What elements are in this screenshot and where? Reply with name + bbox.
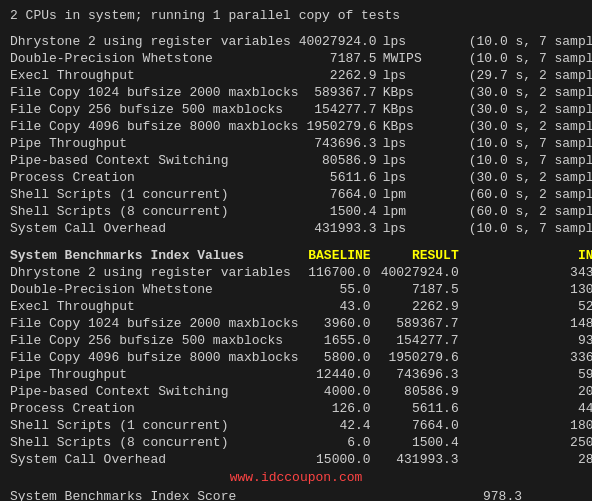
index-baseline: 116700.0: [299, 264, 381, 281]
index-baseline: 42.4: [299, 417, 381, 434]
index-result: 40027924.0: [381, 264, 469, 281]
index-name: File Copy 256 bufsize 500 maxblocks: [10, 332, 299, 349]
benchmark-row: File Copy 4096 bufsize 8000 maxblocks 19…: [10, 118, 592, 135]
bench-unit: lps: [381, 220, 469, 237]
bench-unit: KBps: [381, 101, 469, 118]
index-name: Process Creation: [10, 400, 299, 417]
bench-name: Pipe-based Context Switching: [10, 152, 299, 169]
bench-extra: (10.0 s, 7 samples): [469, 33, 592, 50]
bench-unit: lps: [381, 67, 469, 84]
score-line: System Benchmarks Index Score 978.3: [10, 489, 582, 501]
bench-name: File Copy 4096 bufsize 8000 maxblocks: [10, 118, 299, 135]
index-name: Pipe Throughput: [10, 366, 299, 383]
index-baseline: 1655.0: [299, 332, 381, 349]
index-header-index: INDEX: [469, 247, 592, 264]
bench-unit: lps: [381, 33, 469, 50]
index-index: 1488.3: [469, 315, 592, 332]
bench-value: 431993.3: [299, 220, 381, 237]
index-row: File Copy 256 bufsize 500 maxblocks 1655…: [10, 332, 592, 349]
bench-name: File Copy 256 bufsize 500 maxblocks: [10, 101, 299, 118]
index-baseline: 43.0: [299, 298, 381, 315]
bench-extra: (30.0 s, 2 samples): [469, 84, 592, 101]
index-result: 1950279.6: [381, 349, 469, 366]
bench-unit: lpm: [381, 186, 469, 203]
index-result: 7664.0: [381, 417, 469, 434]
bench-extra: (10.0 s, 7 samples): [469, 152, 592, 169]
bench-name: Dhrystone 2 using register variables: [10, 33, 299, 50]
bench-unit: lps: [381, 135, 469, 152]
index-index: 3430.0: [469, 264, 592, 281]
score-label: System Benchmarks Index Score: [10, 489, 236, 501]
index-name: Shell Scripts (1 concurrent): [10, 417, 299, 434]
index-row: Double-Precision Whetstone 55.0 7187.5 1…: [10, 281, 592, 298]
watermark: www.idccoupon.com: [10, 470, 582, 485]
index-baseline: 4000.0: [299, 383, 381, 400]
index-result: 589367.7: [381, 315, 469, 332]
index-result: 1500.4: [381, 434, 469, 451]
index-index: 526.2: [469, 298, 592, 315]
index-row: Pipe Throughput 12440.0 743696.3 597.8: [10, 366, 592, 383]
benchmark-row: Dhrystone 2 using register variables 400…: [10, 33, 592, 50]
header-line: 2 CPUs in system; running 1 parallel cop…: [10, 8, 582, 23]
index-index: 288.0: [469, 451, 592, 468]
index-result: 154277.7: [381, 332, 469, 349]
bench-unit: lpm: [381, 203, 469, 220]
bench-value: 7664.0: [299, 186, 381, 203]
bench-name: Pipe Throughput: [10, 135, 299, 152]
index-name: Double-Precision Whetstone: [10, 281, 299, 298]
index-row: Shell Scripts (8 concurrent) 6.0 1500.4 …: [10, 434, 592, 451]
bench-value: 7187.5: [299, 50, 381, 67]
bench-name: Process Creation: [10, 169, 299, 186]
index-name: Execl Throughput: [10, 298, 299, 315]
bench-name: Execl Throughput: [10, 67, 299, 84]
bench-value: 80586.9: [299, 152, 381, 169]
index-row: Execl Throughput 43.0 2262.9 526.2: [10, 298, 592, 315]
index-result: 2262.9: [381, 298, 469, 315]
bench-unit: lps: [381, 169, 469, 186]
bench-value: 743696.3: [299, 135, 381, 152]
bench-value: 2262.9: [299, 67, 381, 84]
index-index: 201.5: [469, 383, 592, 400]
index-name: File Copy 1024 bufsize 2000 maxblocks: [10, 315, 299, 332]
bench-name: Shell Scripts (1 concurrent): [10, 186, 299, 203]
bench-extra: (10.0 s, 7 samples): [469, 135, 592, 152]
index-index: 597.8: [469, 366, 592, 383]
index-header-result: RESULT: [381, 247, 469, 264]
index-index: 445.4: [469, 400, 592, 417]
index-name: Dhrystone 2 using register variables: [10, 264, 299, 281]
index-name: Shell Scripts (8 concurrent): [10, 434, 299, 451]
benchmark-row: Process Creation 5611.6 lps (30.0 s, 2 s…: [10, 169, 592, 186]
bench-extra: (10.0 s, 7 samples): [469, 220, 592, 237]
index-name: Pipe-based Context Switching: [10, 383, 299, 400]
index-result: 80586.9: [381, 383, 469, 400]
benchmark-row: Pipe-based Context Switching 80586.9 lps…: [10, 152, 592, 169]
benchmark-row: Shell Scripts (8 concurrent) 1500.4 lpm …: [10, 203, 592, 220]
benchmark-row: File Copy 256 bufsize 500 maxblocks 1542…: [10, 101, 592, 118]
benchmark-row: Execl Throughput 2262.9 lps (29.7 s, 2 s…: [10, 67, 592, 84]
index-index: 3362.6: [469, 349, 592, 366]
bench-unit: KBps: [381, 118, 469, 135]
bench-unit: MWIPS: [381, 50, 469, 67]
benchmark-row: System Call Overhead 431993.3 lps (10.0 …: [10, 220, 592, 237]
index-baseline: 126.0: [299, 400, 381, 417]
bench-extra: (10.0 s, 7 samples): [469, 50, 592, 67]
index-index: 1807.6: [469, 417, 592, 434]
benchmark-row: Double-Precision Whetstone 7187.5 MWIPS …: [10, 50, 592, 67]
index-baseline: 5800.0: [299, 349, 381, 366]
index-baseline: 3960.0: [299, 315, 381, 332]
index-index: 2500.7: [469, 434, 592, 451]
index-header-row: System Benchmarks Index Values BASELINE …: [10, 247, 592, 264]
index-row: Dhrystone 2 using register variables 116…: [10, 264, 592, 281]
index-row: File Copy 1024 bufsize 2000 maxblocks 39…: [10, 315, 592, 332]
index-name: File Copy 4096 bufsize 8000 maxblocks: [10, 349, 299, 366]
bench-value: 1950279.6: [299, 118, 381, 135]
index-baseline: 12440.0: [299, 366, 381, 383]
bench-value: 154277.7: [299, 101, 381, 118]
index-result: 431993.3: [381, 451, 469, 468]
bench-extra: (60.0 s, 2 samples): [469, 203, 592, 220]
index-header-baseline: BASELINE: [299, 247, 381, 264]
bench-name: Shell Scripts (8 concurrent): [10, 203, 299, 220]
bench-extra: (60.0 s, 2 samples): [469, 186, 592, 203]
bench-value: 5611.6: [299, 169, 381, 186]
index-baseline: 6.0: [299, 434, 381, 451]
